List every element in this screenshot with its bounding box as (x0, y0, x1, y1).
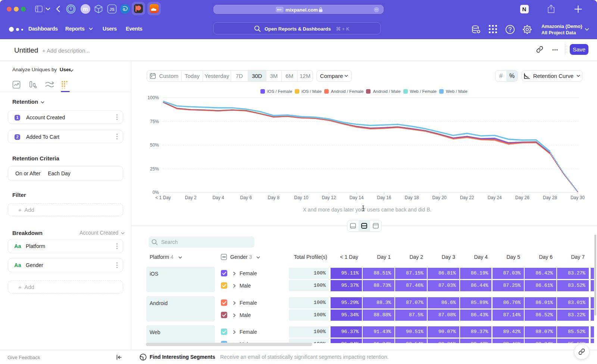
svg-text:Day 12: Day 12 (322, 195, 336, 200)
svg-text:Day 16: Day 16 (377, 195, 391, 200)
svg-text:Day 26: Day 26 (515, 195, 529, 200)
svg-text:Day 6: Day 6 (240, 195, 252, 200)
svg-text:Day 8: Day 8 (268, 195, 280, 200)
svg-text:Day 24: Day 24 (488, 195, 502, 200)
svg-text:Day 28: Day 28 (543, 195, 557, 200)
svg-text:Day 2: Day 2 (185, 195, 197, 200)
svg-text:Day 4: Day 4 (212, 195, 224, 200)
svg-text:100%: 100% (147, 95, 159, 100)
svg-text:Day 20: Day 20 (432, 195, 447, 200)
svg-text:75%: 75% (150, 119, 159, 124)
svg-text:< 1 Day: < 1 Day (155, 195, 171, 200)
svg-text:25%: 25% (150, 166, 159, 172)
svg-text:0%: 0% (153, 190, 159, 195)
svg-text:Day 14: Day 14 (349, 195, 363, 200)
svg-text:Day 10: Day 10 (294, 195, 308, 200)
svg-text:50%: 50% (150, 142, 159, 148)
svg-text:Day 18: Day 18 (404, 195, 419, 200)
svg-text:Day 22: Day 22 (460, 195, 474, 200)
svg-text:Day 30: Day 30 (571, 195, 585, 200)
